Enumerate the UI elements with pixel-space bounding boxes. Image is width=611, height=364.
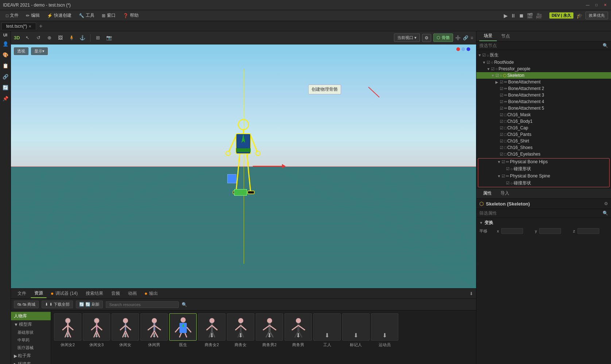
- shop-button[interactable]: 🛍 🛍 商城: [14, 301, 39, 308]
- left-icon-6[interactable]: 📌: [1, 94, 10, 103]
- transform-header[interactable]: ▼ 变换: [479, 220, 608, 226]
- tree-node-ch16-shoes[interactable]: ☑ □ Ch16_Shoes: [476, 144, 611, 151]
- asset-item-biz-m[interactable]: ⬇ 商务男: [285, 313, 312, 361]
- btab-output[interactable]: 输出: [141, 289, 162, 298]
- tree-node-skeleton[interactable]: ▼ ☑ ○ ⬡ Skeleton: [476, 72, 611, 79]
- filter-props-input[interactable]: [479, 211, 603, 216]
- menu-edit[interactable]: ✏编辑: [23, 12, 43, 19]
- btab-file[interactable]: 文件: [14, 289, 30, 298]
- more-button[interactable]: ≡: [471, 35, 473, 40]
- left-icon-5[interactable]: 🔄: [1, 83, 10, 92]
- left-icon-1[interactable]: 👤: [1, 39, 10, 48]
- menu-help[interactable]: ❓帮助: [120, 12, 142, 19]
- left-icon-2[interactable]: 🎨: [1, 50, 10, 59]
- tree-node-phys-bone-hips[interactable]: ▼ ☑ ✏ Physical Bone Hips: [478, 158, 609, 165]
- category-model[interactable]: ▼ 模型库: [11, 320, 51, 329]
- btab-search[interactable]: 搜索结果: [82, 289, 107, 298]
- asset-item-doctor[interactable]: 医生: [169, 313, 197, 361]
- category-env[interactable]: ▶ 环境库: [11, 360, 51, 364]
- maximize-button[interactable]: □: [593, 2, 599, 8]
- tree-node-phys-bone-spine[interactable]: ▼ ☑ ✏ Physical Bone Spine: [478, 173, 609, 179]
- tab-test[interactable]: test.tscn(*) ✕: [1, 23, 36, 30]
- viewport-selector[interactable]: 当前视口 ▾: [394, 34, 420, 42]
- props-settings-button[interactable]: ⚙: [604, 201, 608, 206]
- asset-item-worker[interactable]: ⬇ 工人: [313, 313, 341, 361]
- tree-node-ch16-mask[interactable]: ☑ □ Ch16_Mask: [476, 111, 611, 118]
- stop-button[interactable]: ⏹: [519, 13, 524, 19]
- btab-audio[interactable]: 音频: [108, 289, 124, 298]
- tool-rotate-select[interactable]: ↺: [34, 33, 43, 43]
- tree-node-ch16-cap[interactable]: ☑ □ Ch16_Cap: [476, 125, 611, 131]
- minimize-button[interactable]: —: [585, 2, 591, 8]
- download-all-icon[interactable]: ⬇: [469, 291, 473, 296]
- tool-move[interactable]: ⊕: [45, 33, 54, 43]
- tree-node-collision-2[interactable]: ☑ ○ 碰撞形状: [478, 179, 609, 187]
- btab-anim[interactable]: 动画: [124, 289, 140, 298]
- tool-grid[interactable]: ⊞: [93, 33, 103, 43]
- tree-node-bone-att-5[interactable]: ☑ ✏ BoneAttachment 5: [476, 105, 611, 111]
- tool-camera[interactable]: 📷: [104, 33, 114, 43]
- btab-debug[interactable]: 调试器 (14): [47, 289, 81, 298]
- tree-node-collision-1[interactable]: ☑ ○ 碰撞形状: [478, 165, 609, 173]
- record1-button[interactable]: 🎬: [527, 13, 533, 19]
- refresh-button[interactable]: 🔄 🔄 刷新: [76, 301, 103, 308]
- translate-x-field[interactable]: 0: [501, 228, 523, 234]
- tree-node-ch16-pants[interactable]: ☑ □ Ch16_Pants: [476, 131, 611, 138]
- tool-anchor[interactable]: ⚓: [78, 33, 87, 43]
- perspective-button[interactable]: 透视: [14, 47, 28, 55]
- asset-item-biz-f2[interactable]: ⬇ 商务女2: [198, 313, 225, 361]
- category-particle[interactable]: ▶ 粒子库: [11, 352, 51, 360]
- menu-tools[interactable]: 🔧工具: [76, 12, 97, 19]
- asset-item-biz-f[interactable]: ⬇ 商务女: [227, 313, 254, 361]
- tree-node-bone-att-3[interactable]: ☑ ✏ BoneAttachment 3: [476, 92, 611, 98]
- tab-scene[interactable]: 场景: [479, 31, 497, 41]
- tree-node-ch16-shirt[interactable]: ☑ □ Ch16_Shirt: [476, 138, 611, 144]
- asset-item-leisure-f[interactable]: ⬇ 休闲女: [112, 313, 139, 361]
- scene-tree[interactable]: ▼ ☑ ○ 医生 ▼ ☑ ○ RootNode ▼ ☑ ○ Pressfor_p…: [476, 50, 611, 188]
- category-medical[interactable]: 医疗器械: [11, 344, 51, 352]
- tool-select[interactable]: ↖: [23, 33, 32, 43]
- translate-z-field[interactable]: 0: [577, 228, 599, 234]
- tree-node-ch16-body1[interactable]: ☑ □ Ch16_Body1: [476, 118, 611, 125]
- menu-quick-create[interactable]: ⚡快速创建: [44, 12, 74, 19]
- record2-button[interactable]: 🎥: [536, 13, 542, 19]
- asset-item-leisure-m[interactable]: ⬇ 休闲男: [140, 313, 168, 361]
- btab-assets[interactable]: 资源: [31, 289, 47, 298]
- effect-button[interactable]: 效果优先: [585, 12, 608, 19]
- asset-item-athlete[interactable]: ⬇ 运动员: [371, 313, 398, 361]
- tree-node-rootnode[interactable]: ▼ ☑ ○ RootNode: [476, 59, 611, 66]
- close-button[interactable]: ✕: [602, 2, 608, 8]
- translate-y-field[interactable]: 0: [539, 228, 561, 234]
- bone-button[interactable]: ⬡ 骨骼: [433, 34, 453, 42]
- tree-node-pressfor[interactable]: ▼ ☑ ○ Pressfor_people: [476, 66, 611, 72]
- play-button[interactable]: ▶: [504, 13, 508, 19]
- add-button[interactable]: ➕: [455, 35, 461, 40]
- asset-item-biz-m2[interactable]: ⬇ 商务男2: [256, 313, 283, 361]
- left-icon-3[interactable]: 📋: [1, 61, 10, 70]
- asset-search-input[interactable]: [106, 301, 179, 308]
- menu-window[interactable]: ⊞窗口: [99, 12, 119, 19]
- viewport-settings-button[interactable]: ⚙: [422, 34, 431, 42]
- asset-item-leisure-f3[interactable]: ⬇ 休闲女3: [83, 313, 110, 361]
- pause-button[interactable]: ⏸: [511, 13, 516, 19]
- category-herb[interactable]: 中草药: [11, 336, 51, 344]
- tree-node-ch16-eyelashes[interactable]: ☑ □ Ch16_Eyelashes: [476, 151, 611, 157]
- new-tab-button[interactable]: +: [37, 23, 45, 30]
- tab-close-button[interactable]: ✕: [28, 24, 31, 28]
- link-button[interactable]: 🔗: [463, 35, 468, 40]
- download-all-button[interactable]: ⬇ ⬇ 下载全部: [42, 301, 73, 308]
- 3d-viewport[interactable]: 透视 显示▾ 创建物理骨骼: [11, 44, 476, 288]
- tree-node-doctor-root[interactable]: ▼ ☑ ○ 医生: [476, 51, 611, 59]
- asset-item-marker[interactable]: ⬇ 标记人: [342, 313, 370, 361]
- tree-node-bone-att-4[interactable]: ☑ ✏ BoneAttachment 4: [476, 98, 611, 105]
- category-basic-shape[interactable]: 基础形状: [11, 329, 51, 336]
- tree-node-bone-att-1[interactable]: ▶ ☑ ✏ BoneAttachment: [476, 79, 611, 85]
- left-icon-4[interactable]: 🔗: [1, 72, 10, 81]
- asset-item-leisure-f2[interactable]: ⬇ 休闲女2: [54, 313, 81, 361]
- menu-file[interactable]: □文件: [3, 12, 22, 19]
- tree-search-input[interactable]: [479, 43, 603, 48]
- tab-node[interactable]: 节点: [497, 32, 514, 41]
- tool-image[interactable]: 🖼: [56, 33, 65, 43]
- display-button[interactable]: 显示▾: [31, 47, 48, 55]
- props-tab-import[interactable]: 导入: [497, 189, 513, 197]
